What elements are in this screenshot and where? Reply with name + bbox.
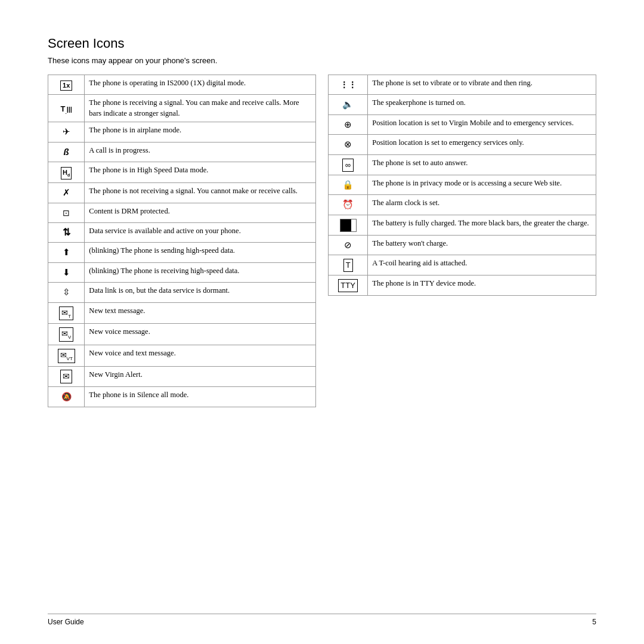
left-desc-cell: The phone is not receiving a signal. You… [85,183,316,203]
left-table-row: 1xThe phone is operating in IS2000 (1X) … [48,75,316,95]
right-desc-cell: The phone is set to vibrate or to vibrat… [368,75,596,95]
left-table: 1xThe phone is operating in IS2000 (1X) … [48,75,316,407]
left-icon-cell: ✉ [48,366,85,387]
left-icon-cell: T.||| [48,95,85,122]
left-desc-cell: New Virgin Alert. [85,366,316,387]
left-icon-cell: ✉T [48,302,85,324]
left-desc-cell: The phone is receiving a signal. You can… [85,95,316,122]
footer-right: 5 [592,618,596,626]
right-table-row: TA T-coil hearing aid is attached. [329,255,596,275]
right-icon-cell: ⊕ [329,114,368,134]
page-footer: User Guide 5 [48,614,596,626]
right-icon-cell: ⊘ [329,235,368,255]
right-icon-cell: TTY [329,275,368,296]
left-icon-cell: ✈ [48,122,85,142]
right-desc-cell: The battery is fully charged. The more b… [368,215,596,235]
left-desc-cell: The phone is in High Speed Data mode. [85,162,316,183]
left-icon-cell: 1x [48,75,85,95]
left-desc-cell: The phone is in airplane mode. [85,122,316,142]
page-title: Screen Icons [48,36,596,51]
right-table-row: ⋮⋮The phone is set to vibrate or to vibr… [329,75,596,95]
right-table: ⋮⋮The phone is set to vibrate or to vibr… [328,75,596,296]
right-icon-cell: ⬜ [329,215,368,235]
right-desc-cell: The phone is in TTY device mode. [368,275,596,296]
left-table-row: HdThe phone is in High Speed Data mode. [48,162,316,183]
left-desc-cell: The phone is in Silence all mode. [85,387,316,407]
right-icon-cell: 🔈 [329,95,368,114]
right-table-row: ⊘The battery won't charge. [329,235,596,255]
tables-container: 1xThe phone is operating in IS2000 (1X) … [48,75,596,407]
footer-left: User Guide [48,618,84,626]
left-icon-cell: ß [48,142,85,162]
left-table-row: ⬆(blinking) The phone is sending high-sp… [48,243,316,262]
right-desc-cell: The speakerphone is turned on. [368,95,596,114]
left-desc-cell: The phone is operating in IS2000 (1X) di… [85,75,316,95]
left-table-row: ✉New Virgin Alert. [48,366,316,387]
right-icon-cell: ⏰ [329,195,368,215]
right-desc-cell: The alarm clock is set. [368,195,596,215]
right-table-row: 🔈The speakerphone is turned on. [329,95,596,114]
right-table-row: ⏰The alarm clock is set. [329,195,596,215]
right-desc-cell: The battery won't charge. [368,235,596,255]
left-table-row: ✗The phone is not receiving a signal. Yo… [48,183,316,203]
left-icon-cell: ⇅ [48,222,85,242]
left-desc-cell: New text message. [85,302,316,324]
left-desc-cell: Data link is on, but the data service is… [85,283,316,302]
right-icon-cell: 🔒 [329,175,368,194]
left-desc-cell: Data service is available and active on … [85,222,316,242]
left-icon-cell: ⬆ [48,243,85,262]
right-table-row: ∞The phone is set to auto answer. [329,154,596,175]
left-icon-cell: ✉VT [48,345,85,367]
left-table-row: ⊡Content is DRM protected. [48,203,316,222]
left-table-row: T.|||The phone is receiving a signal. Yo… [48,95,316,122]
left-desc-cell: New voice and text message. [85,345,316,367]
left-table-row: ⇳Data link is on, but the data service i… [48,283,316,302]
right-table-row: TTYThe phone is in TTY device mode. [329,275,596,296]
right-table-row: ⬜The battery is fully charged. The more … [329,215,596,235]
right-icon-cell: ⋮⋮ [329,75,368,95]
left-desc-cell: A call is in progress. [85,142,316,162]
left-table-row: ✈The phone is in airplane mode. [48,122,316,142]
right-table-row: 🔒The phone is in privacy mode or is acce… [329,175,596,194]
left-table-row: ßA call is in progress. [48,142,316,162]
left-icon-cell: ⊡ [48,203,85,222]
left-table-row: ✉VNew voice message. [48,324,316,345]
left-table-row: ✉TNew text message. [48,302,316,324]
left-desc-cell: Content is DRM protected. [85,203,316,222]
left-icon-cell: ⬇ [48,262,85,282]
left-icon-cell: Hd [48,162,85,183]
page-subtitle: These icons may appear on your phone's s… [48,56,596,65]
right-icon-cell: T [329,255,368,275]
right-desc-cell: A T-coil hearing aid is attached. [368,255,596,275]
left-table-row: ⇅Data service is available and active on… [48,222,316,242]
left-table-row: 🔕The phone is in Silence all mode. [48,387,316,407]
right-icon-cell: ⊗ [329,135,368,154]
right-desc-cell: Position location is set to Virgin Mobil… [368,114,596,134]
left-desc-cell: (blinking) The phone is sending high-spe… [85,243,316,262]
left-table-row: ✉VTNew voice and text message. [48,345,316,367]
left-icon-cell: ✗ [48,183,85,203]
right-table-row: ⊗Position location is set to emergency s… [329,135,596,154]
left-icon-cell: 🔕 [48,387,85,407]
right-desc-cell: The phone is in privacy mode or is acces… [368,175,596,194]
right-table-row: ⊕Position location is set to Virgin Mobi… [329,114,596,134]
left-icon-cell: ⇳ [48,283,85,302]
left-desc-cell: New voice message. [85,324,316,345]
left-table-row: ⬇(blinking) The phone is receiving high-… [48,262,316,282]
left-desc-cell: (blinking) The phone is receiving high-s… [85,262,316,282]
right-icon-cell: ∞ [329,154,368,175]
right-desc-cell: The phone is set to auto answer. [368,154,596,175]
left-icon-cell: ✉V [48,324,85,345]
right-desc-cell: Position location is set to emergency se… [368,135,596,154]
